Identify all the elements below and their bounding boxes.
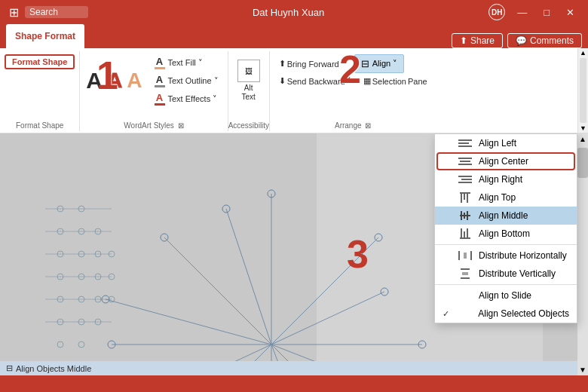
scrollbar-thumb[interactable] [577,148,588,178]
comments-button[interactable]: 💬 Comments [507,33,582,48]
text-fill-button[interactable]: A Text Fill ˅ [152,54,222,71]
close-button[interactable]: ✕ [562,5,579,20]
dropdown-align-to-slide-label: Align to Slide [479,290,531,301]
vertical-scrollbar[interactable]: ▲ ▼ [577,133,588,375]
svg-rect-89 [461,268,470,270]
dropdown-dist-v[interactable]: Distribute Vertically [435,265,577,283]
text-outline-button[interactable]: A Text Outline ˅ [152,72,222,89]
align-objects-middle-bar: ⊟ Align Objects Middle [0,361,577,375]
user-avatar[interactable]: DH [488,4,505,20]
dropdown-dist-h-label: Distribute Horizontally [479,250,567,261]
ribbon-scroll-up[interactable]: ▲ [578,48,588,57]
status-bar [0,375,588,392]
align-right-icon [458,174,473,185]
alt-text-icon: 🖼 [237,60,260,82]
ribbon-scroll-thumb [580,58,586,123]
wordart-group: A A A A Text Fill ˅ A Text Outline ˅ [80,51,228,131]
dropdown-align-center[interactable]: Align Center [435,152,577,170]
svg-rect-74 [461,192,462,203]
dist-v-icon [458,268,473,279]
alt-text-area: 🖼 AltText [234,57,263,105]
align-bottom-icon [458,228,473,239]
ribbon-scroll-down[interactable]: ▼ [578,124,588,133]
check-align-selected: ✓ [443,309,452,319]
svg-rect-73 [458,182,472,183]
tab-shape-format[interactable]: Shape Format [6,24,84,48]
selection-pane-button[interactable]: ▦ Selection Pane [360,75,430,87]
send-backward-arrow[interactable]: ˅ [347,76,351,86]
svg-rect-82 [461,228,462,239]
ribbon-scrollbar: ▲ ▼ [577,48,588,133]
powerpoint-icon: ⊞ [9,5,19,20]
dist-h-icon [458,250,473,261]
send-backward-button[interactable]: ⬇ Send Backward ˅ [276,75,354,87]
align-left-icon [458,138,473,149]
align-middle-icon [458,210,473,221]
svg-rect-91 [462,272,468,275]
wordart-a-outline: A [107,70,122,91]
share-button[interactable]: ⬆ Share [452,33,503,48]
text-a-effects-icon: A [155,92,165,106]
svg-rect-85 [460,237,470,239]
dropdown-align-center-label: Align Center [479,156,528,167]
dropdown-sep2 [435,284,577,285]
dropdown-align-bottom[interactable]: Align Bottom [435,225,577,243]
svg-rect-86 [458,251,460,260]
align-to-slide-icon [458,290,473,301]
svg-rect-71 [458,176,472,177]
minimize-button[interactable]: — [513,5,531,20]
arrange-group-label: Arrange ⊠ [270,121,436,130]
app-container: ⊞ Search Dat Huynh Xuan DH — □ ✕ Shape F… [0,0,588,392]
wordart-a-normal: A [86,69,103,92]
maximize-button[interactable]: □ [539,5,554,20]
arrange-row1: ⬆ Bring Forward ˅ ⊟ Align ˅ [276,54,430,73]
dropdown-align-top-label: Align Top [479,192,516,203]
search-label: Search [29,7,58,17]
dropdown-align-middle[interactable]: Align Middle [435,207,577,225]
dropdown-align-right[interactable]: Align Right [435,170,577,188]
align-top-icon [458,192,473,203]
alt-text-content: 🖼 AltText [234,54,263,118]
dropdown-align-right-label: Align Right [479,174,522,185]
text-style-buttons: A Text Fill ˅ A Text Outline ˅ A Text Ef… [152,54,222,107]
scroll-down-button[interactable]: ▼ [577,364,588,375]
search-area-title: Search [25,6,88,18]
selection-icon: ▦ [363,76,371,86]
dropdown-align-left[interactable]: Align Left [435,134,577,152]
arrange-content: ⬆ Bring Forward ˅ ⊟ Align ˅ ⬇ S [276,54,430,118]
align-selected-icon [458,308,473,319]
wordart-icons: A A A A Text Fill ˅ A Text Outline ˅ [86,54,221,118]
text-effects-button[interactable]: A Text Effects ˅ [152,90,222,107]
align-dropdown: Align Left Align Center Align Right [434,133,577,323]
align-button[interactable]: ⊟ Align ˅ [354,54,405,73]
comments-icon: 💬 [516,35,527,46]
scroll-up-button[interactable]: ▲ [577,133,588,145]
dropdown-align-to-slide[interactable]: Align to Slide [435,286,577,305]
svg-rect-69 [460,161,470,162]
wordart-expand-icon[interactable]: ⊠ [178,121,184,130]
accessibility-group-label: Accessibility [228,121,269,130]
bring-forward-arrow[interactable]: ˅ [341,59,345,69]
wordart-a-shadow: A [127,70,142,91]
dropdown-align-selected-label: Align Selected Objects [478,308,569,319]
svg-rect-76 [467,192,468,203]
dropdown-dist-h[interactable]: Distribute Horizontally [435,247,577,265]
dropdown-align-selected[interactable]: ✓ Align Selected Objects [435,305,577,323]
arrange-row2: ⬇ Send Backward ˅ ▦ Selection Pane [276,75,430,87]
title-bar: ⊞ Search Dat Huynh Xuan DH — □ ✕ [0,0,588,24]
ribbon-content: Format Shape Format Shape A A A A Text F… [0,48,588,133]
svg-rect-70 [458,164,472,165]
ribbon-tab-right-btns: ⬆ Share 💬 Comments [452,33,588,48]
bring-forward-button[interactable]: ⬆ Bring Forward ˅ [276,57,348,70]
svg-rect-88 [464,253,467,259]
text-a-fill-icon: A [155,56,165,69]
align-icon: ⊟ [361,58,369,69]
svg-rect-68 [458,158,472,159]
arrange-expand-icon[interactable]: ⊠ [365,121,371,130]
arrange-group: ⬆ Bring Forward ˅ ⊟ Align ˅ ⬇ S [270,51,436,131]
title-bar-controls: DH — □ ✕ [488,4,579,20]
title-bar-title: Dat Huynh Xuan [88,7,488,18]
dropdown-align-top[interactable]: Align Top [435,188,577,207]
alt-text-label[interactable]: AltText [241,84,255,102]
align-objects-middle-label: Align Objects Middle [16,364,91,373]
